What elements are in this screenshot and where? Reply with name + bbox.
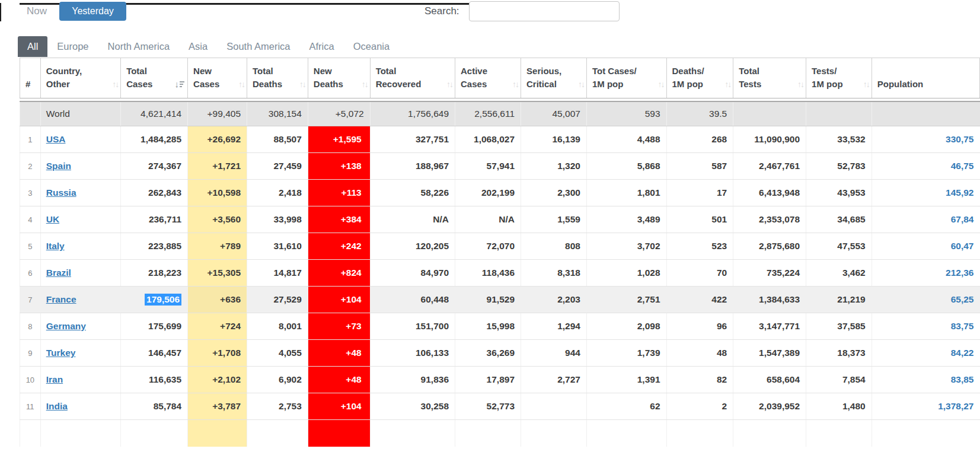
world-population-cell — [872, 101, 979, 126]
country-cell: Brazil — [40, 260, 120, 287]
population-cell[interactable]: 60,47 — [872, 233, 979, 260]
table-row-uk: 4UK236,711+3,56033,998+384N/AN/A1,5593,4… — [20, 206, 980, 233]
country-link-spain[interactable]: Spain — [46, 161, 71, 171]
total-deaths-cell: 27,459 — [247, 153, 308, 180]
total-tests-cell: 3,147,771 — [733, 313, 806, 340]
serious-critical-cell: 1,294 — [521, 313, 587, 340]
population-link[interactable]: 65,25 — [951, 294, 974, 304]
column-header-country[interactable]: Country,Other↑↓ — [40, 58, 120, 98]
table-row-usa: 1USA1,484,285+26,69288,507+1,595327,7511… — [20, 126, 980, 153]
total-tests-cell: 1,384,633 — [733, 287, 806, 313]
table-row-germany: 8Germany175,699+7248,001+73151,70015,998… — [20, 313, 980, 340]
region-tab-oceania[interactable]: Oceania — [344, 36, 399, 57]
country-link-uk[interactable]: UK — [46, 214, 59, 224]
search-input[interactable] — [469, 1, 620, 21]
tab-now[interactable]: Now — [27, 5, 47, 17]
region-tab-asia[interactable]: Asia — [179, 36, 217, 57]
world-label-cell: World — [40, 101, 120, 126]
column-header-total_recovered[interactable]: TotalRecovered↑↓ — [370, 58, 455, 98]
population-link[interactable]: 330,75 — [946, 134, 973, 144]
total-cases-cell: 1,484,285 — [121, 126, 188, 153]
total-deaths-cell: 6,902 — [247, 367, 308, 393]
new-deaths-cell: +48 — [308, 367, 370, 393]
country-link-india[interactable]: India — [46, 401, 68, 411]
column-header-tests_per_1m[interactable]: Tests/1M pop↑↓ — [806, 58, 872, 98]
country-link-iran[interactable]: Iran — [46, 374, 63, 384]
total-cases-cell: 85,784 — [121, 393, 188, 420]
active-cases-cell: 15,998 — [455, 313, 521, 340]
population-link[interactable]: 145,92 — [946, 187, 973, 198]
deaths-per-1m-cell: 82 — [666, 367, 733, 393]
population-link[interactable]: 212,36 — [946, 268, 973, 278]
region-tab-south-america[interactable]: South America — [217, 36, 299, 57]
new-deaths-cell: +242 — [308, 233, 370, 260]
population-link[interactable]: 84,22 — [951, 348, 974, 358]
population-link[interactable]: 60,47 — [951, 241, 974, 251]
population-cell[interactable]: 84,22 — [872, 340, 979, 367]
new-deaths-cell: +384 — [308, 206, 370, 233]
active-cases-cell — [455, 420, 521, 447]
country-link-russia[interactable]: Russia — [46, 187, 76, 198]
country-link-brazil[interactable]: Brazil — [46, 268, 71, 278]
population-link[interactable]: 83,85 — [951, 374, 974, 384]
total-deaths-cell: 2,418 — [247, 180, 308, 206]
population-link[interactable]: 67,84 — [951, 214, 974, 224]
population-link[interactable]: 1,378,27 — [938, 401, 973, 411]
country-link-france[interactable]: France — [46, 294, 76, 304]
country-link-germany[interactable]: Germany — [46, 321, 86, 331]
total-tests-cell: 2,039,952 — [733, 393, 806, 420]
region-tab-north-america[interactable]: North America — [98, 36, 180, 57]
world-cases-per-1m-cell: 593 — [586, 101, 666, 126]
new-deaths-cell: +113 — [308, 180, 370, 206]
population-cell[interactable]: 330,75 — [872, 126, 979, 153]
column-header-new_cases[interactable]: NewCases↑↓ — [188, 58, 247, 98]
search-label: Search: — [424, 5, 459, 17]
total-tests-cell — [733, 420, 806, 447]
column-header-total_cases[interactable]: TotalCases↓ — [121, 58, 188, 98]
serious-critical-cell — [521, 393, 587, 420]
cases-per-1m-cell: 1,739 — [586, 340, 666, 367]
country-cell: Russia — [40, 180, 120, 206]
population-cell[interactable]: 67,84 — [872, 206, 979, 233]
column-header-new_deaths[interactable]: NewDeaths↑↓ — [308, 58, 370, 98]
region-tab-europe[interactable]: Europe — [47, 36, 98, 57]
new-cases-cell: +3,560 — [188, 206, 247, 233]
table-row-spain: 2Spain274,367+1,72127,459+138188,96757,9… — [20, 153, 980, 180]
country-cell: Iran — [40, 367, 120, 393]
country-link-usa[interactable]: USA — [46, 134, 66, 144]
country-link-italy[interactable]: Italy — [46, 241, 65, 251]
total-deaths-cell: 31,610 — [247, 233, 308, 260]
row-rank-cell: 7 — [20, 287, 41, 313]
cases-per-1m-cell: 3,489 — [586, 206, 666, 233]
population-cell[interactable]: 65,25 — [872, 287, 979, 313]
column-header-active_cases[interactable]: ActiveCases↑↓ — [455, 58, 521, 98]
column-header-cases_per_1m[interactable]: Tot Cases/1M pop↑↓ — [586, 58, 666, 98]
new-cases-cell: +1,721 — [188, 153, 247, 180]
region-tab-all[interactable]: All — [18, 36, 47, 57]
population-cell[interactable]: 46,75 — [872, 153, 979, 180]
column-header-total_deaths[interactable]: TotalDeaths↑↓ — [247, 58, 308, 98]
table-row-brazil: 6Brazil218,223+15,30514,817+82484,970118… — [20, 260, 980, 287]
population-cell[interactable]: 212,36 — [872, 260, 979, 287]
tab-yesterday[interactable]: Yesterday — [59, 2, 126, 21]
population-cell[interactable]: 1,378,27 — [872, 393, 979, 420]
new-cases-cell: +2,102 — [188, 367, 247, 393]
column-header-total_tests[interactable]: TotalTests↑↓ — [733, 58, 806, 98]
tests-per-1m-cell: 18,373 — [806, 340, 872, 367]
population-cell[interactable]: 83,85 — [872, 367, 979, 393]
sort-both-icon: ↑↓ — [578, 78, 584, 91]
population-cell[interactable]: 83,75 — [872, 313, 979, 340]
serious-critical-cell: 808 — [521, 233, 587, 260]
population-link[interactable]: 83,75 — [951, 321, 974, 331]
cases-per-1m-cell: 2,751 — [586, 287, 666, 313]
deaths-per-1m-cell: 523 — [666, 233, 733, 260]
column-header-deaths_per_1m[interactable]: Deaths/1M pop↑↓ — [666, 58, 733, 98]
region-tab-africa[interactable]: Africa — [300, 36, 344, 57]
country-link-turkey[interactable]: Turkey — [46, 348, 76, 358]
deaths-per-1m-cell: 268 — [666, 126, 733, 153]
population-link[interactable]: 46,75 — [951, 161, 974, 171]
population-cell[interactable]: 145,92 — [872, 180, 979, 206]
world-active-cases-cell: 2,556,611 — [455, 101, 521, 126]
column-header-serious_critical[interactable]: Serious,Critical↑↓ — [521, 58, 587, 98]
new-cases-cell: +15,305 — [188, 260, 247, 287]
